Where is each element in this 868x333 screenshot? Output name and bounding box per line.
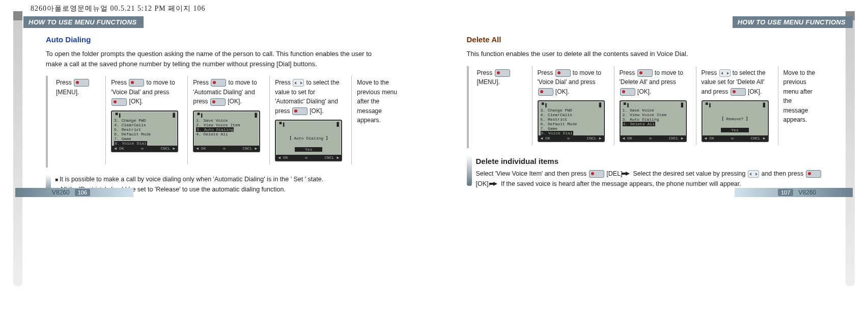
lcd-screen: ▝▘▌▉ 1. Save Voice 2. View Voice Item 3.…: [620, 100, 687, 142]
step-text: Press: [56, 79, 73, 86]
ok-key-icon: [806, 170, 821, 178]
lcd-status-icons: ▝▘▌▉: [623, 103, 684, 107]
intro-text-right: This function enables the user to delete…: [467, 49, 798, 59]
lcd-softkey-right: CNCL ▶: [242, 146, 257, 151]
step-text: Press: [193, 79, 210, 86]
lcd-screen: ▝▘▌▉ 【 Remove? 】 Yes No ◀ OK✉CNCL ▶: [702, 100, 769, 142]
ok-key-icon: [210, 98, 226, 106]
step-text: [OK].: [127, 98, 143, 105]
section-title-auto-dialing: Auto Dialing: [46, 35, 402, 44]
step-2: Press to move to 'Voice Dial' and press …: [105, 76, 182, 164]
updown-key-icon: [748, 170, 759, 178]
arrow-icon: [626, 172, 630, 176]
lcd-highlight: 3. Auto Dialing: [196, 127, 234, 132]
menu-key-icon: [495, 69, 510, 77]
lcd-screen: ▝▘▌▉ 3. Change PWD 4. ClearCalls 5. Rest…: [111, 110, 178, 152]
model-label: V8260: [798, 189, 816, 196]
note-tab-icon: [467, 155, 472, 186]
ok-key-icon: [111, 98, 127, 106]
menu-key-icon: [74, 79, 89, 87]
lcd-screen: ▝▘▌▉ 1. Save Voice 2. View Voice Item 3.…: [193, 110, 260, 152]
section-ribbon-left: HOW TO USE MENU FUNCTIONS: [23, 16, 144, 28]
binding-bar-left: [13, 11, 22, 286]
lcd-softkey-left: ◀ OK: [541, 136, 550, 141]
page-footer-right: 107 V8260: [735, 188, 853, 197]
step-text: [OK].: [308, 107, 324, 115]
updown-key-icon: [719, 69, 731, 77]
step-text: [MENU].: [56, 89, 79, 96]
ok-key-icon: [538, 88, 553, 96]
right-page: HOW TO USE MENU FUNCTIONS Delete All Thi…: [455, 16, 853, 195]
lcd-option-selected: Yes: [721, 128, 748, 132]
section-title-delete-all: Delete All: [467, 35, 823, 44]
step-3: Press to move to 'Automatic Dialing' and…: [187, 76, 264, 164]
nav-key-icon: [211, 79, 226, 87]
step-1: Press [MENU].: [51, 76, 100, 164]
step-2: Press to move to 'Voice Dial' and press …: [532, 66, 609, 146]
ok-key-icon: [292, 107, 307, 115]
step-4: Press to select the value to set for 'Au…: [269, 76, 346, 164]
lcd-lines: 1. Save Voice 2. View Voice Item 3. Auto…: [623, 108, 666, 122]
lcd-status-icons: ▝▘▌▉: [196, 113, 257, 118]
step-text: Press: [111, 79, 128, 86]
arrow-icon: [493, 182, 497, 186]
step-5: Move to the previous menu after the mess…: [778, 66, 823, 146]
lcd-option-selected: Yes: [295, 147, 322, 152]
lcd-status-icons: ▝▘▌▉: [114, 113, 175, 118]
note-text: It is possible to make a call by voice d…: [60, 176, 323, 183]
step-text: [OK].: [554, 88, 570, 95]
lcd-softkey-left: ◀ OK: [114, 146, 124, 151]
lcd-softkey-right: CNCL ▶: [751, 136, 766, 141]
step-text: Press: [702, 69, 719, 76]
page-spread: HOW TO USE MENU FUNCTIONS Auto Dialing T…: [0, 16, 868, 195]
step-text: Press: [538, 69, 555, 76]
lcd-lines: 4. Delete All: [196, 132, 228, 136]
lcd-softkey-left: ◀ OK: [623, 136, 632, 141]
steps-row-right: Press [MENU]. Press to move to 'Voice Di…: [467, 66, 823, 149]
binding-bar-right: [846, 11, 855, 286]
steps-row-left: Press [MENU]. Press to move to 'Voice Di…: [46, 76, 402, 168]
lcd-status-icons: ▝▘▌▉: [278, 122, 339, 127]
ok-key-icon: [620, 88, 635, 96]
nav-key-icon: [129, 79, 144, 87]
lcd-status-icons: ▝▘▌▉: [541, 103, 602, 107]
lcd-screen: ▝▘▌▉ 【 Auto Dialing 】 Yes No ◀ OK✉CNCL ▶: [275, 120, 342, 161]
lcd-title: 【 Auto Dialing 】: [278, 136, 339, 141]
bullet-icon: ■: [55, 177, 58, 182]
lcd-highlight: 8. Voice Dial: [541, 131, 573, 135]
delete-individual-box: Delete individual items Select 'View Voi…: [467, 155, 823, 188]
step-text: [MENU].: [477, 78, 500, 86]
step-5: Move to the previous menu after the mess…: [351, 76, 401, 164]
lcd-screen: ▝▘▌▉ 3. Change PWD 4. ClearCalls 5. Rest…: [538, 100, 605, 142]
sub-text: and then press: [760, 170, 805, 177]
page-number: 106: [75, 189, 90, 196]
intro-text-left: To open the folder prompts the question …: [46, 49, 377, 69]
step-text: Press: [275, 79, 292, 86]
page-footer-left: V8260 106: [15, 188, 133, 197]
nav-key-icon: [555, 69, 571, 77]
lcd-lines: 3. Change PWD 4. ClearCalls 5. Restrict …: [541, 108, 577, 131]
lcd-softkey-right: CNCL ▶: [160, 146, 175, 151]
step-text: Press: [620, 69, 637, 76]
step-1: Press [MENU].: [472, 66, 527, 146]
left-page: HOW TO USE MENU FUNCTIONS Auto Dialing T…: [15, 16, 414, 195]
nav-key-icon: [637, 69, 653, 77]
sub-text: If the saved voice is heard after the me…: [499, 180, 741, 187]
model-label: V8260: [52, 189, 70, 196]
lcd-highlight: 4. Delete All: [623, 122, 655, 126]
section-ribbon-right: HOW TO USE MENU FUNCTIONS: [733, 16, 853, 28]
lcd-softkey-right: CNCL ▶: [587, 136, 602, 141]
step-text: [OK].: [746, 88, 762, 95]
step-4: Press to select the value set for 'Delet…: [696, 66, 773, 146]
del-key-icon: [589, 170, 604, 178]
print-header: 8260아폴로영문메뉴얼 00.5.21 5:12 PM 페이지 106: [0, 0, 868, 16]
updown-key-icon: [293, 79, 304, 87]
lcd-softkey-left: ◀ OK: [278, 155, 288, 160]
lcd-lines: 3. Change PWD 4. ClearCalls 5. Restrict …: [114, 118, 151, 141]
step-text: Press: [477, 69, 494, 76]
page-number: 107: [778, 189, 793, 196]
sub-text: Select the desired set value by pressing: [631, 170, 747, 177]
step-text: [OK].: [226, 98, 242, 105]
lcd-lines: 1. Save Voice 2. View Voice Item: [196, 118, 240, 127]
sub-text: Select 'View Voice Item' and then press: [476, 170, 589, 177]
